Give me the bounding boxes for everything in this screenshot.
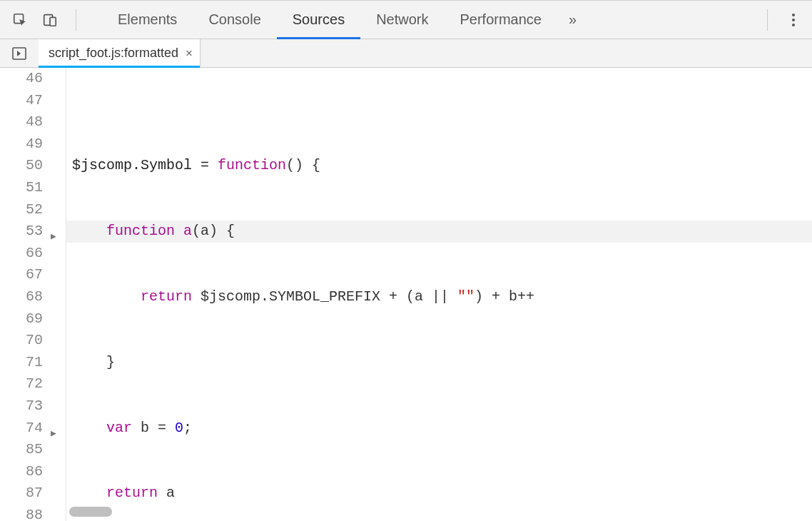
- fold-column: ▶▶: [49, 68, 66, 521]
- tab-sources[interactable]: Sources: [277, 1, 360, 39]
- inspect-icon[interactable]: [10, 10, 30, 30]
- file-tab[interactable]: script_foot.js:formatted ×: [39, 39, 201, 67]
- device-toggle-icon[interactable]: [40, 10, 60, 30]
- code-editor[interactable]: 4647484950515253666768697071727374858687…: [0, 68, 812, 521]
- separator: [76, 9, 76, 31]
- separator: [767, 9, 768, 31]
- devtools-toolbar: Elements Console Sources Network Perform…: [0, 1, 812, 39]
- horizontal-scrollbar[interactable]: [69, 507, 112, 517]
- svg-point-5: [792, 24, 795, 26]
- fold-arrow-icon[interactable]: ▶: [51, 226, 56, 248]
- tab-console[interactable]: Console: [193, 1, 276, 39]
- close-icon[interactable]: ×: [186, 46, 193, 61]
- tab-elements[interactable]: Elements: [102, 1, 193, 39]
- kebab-menu-icon[interactable]: [783, 10, 803, 30]
- fold-arrow-icon[interactable]: ▶: [51, 423, 56, 445]
- tab-network[interactable]: Network: [360, 1, 444, 39]
- panel-tabs: Elements Console Sources Network Perform…: [102, 1, 588, 39]
- code-area[interactable]: $jscomp.Symbol = function() { function a…: [66, 68, 812, 521]
- tab-overflow[interactable]: »: [557, 1, 588, 39]
- svg-rect-2: [50, 17, 56, 26]
- svg-point-4: [792, 19, 795, 21]
- svg-point-3: [792, 14, 795, 16]
- navigator-toggle-icon[interactable]: [9, 47, 30, 60]
- tab-performance[interactable]: Performance: [445, 1, 558, 39]
- file-tab-label: script_foot.js:formatted: [49, 46, 178, 61]
- line-gutter: 4647484950515253666768697071727374858687…: [0, 68, 49, 521]
- file-tabstrip: script_foot.js:formatted ×: [0, 39, 812, 68]
